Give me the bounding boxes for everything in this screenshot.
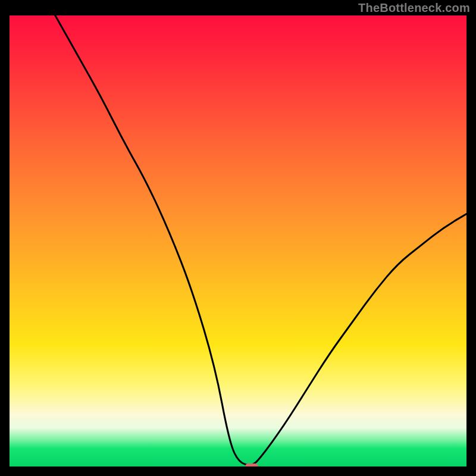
plot-area (10, 15, 466, 466)
minimum-marker (245, 464, 258, 466)
bottleneck-curve (10, 15, 466, 466)
curve-path (55, 15, 466, 465)
watermark-label: TheBottleneck.com (358, 1, 470, 15)
chart-frame: TheBottleneck.com (0, 0, 476, 476)
